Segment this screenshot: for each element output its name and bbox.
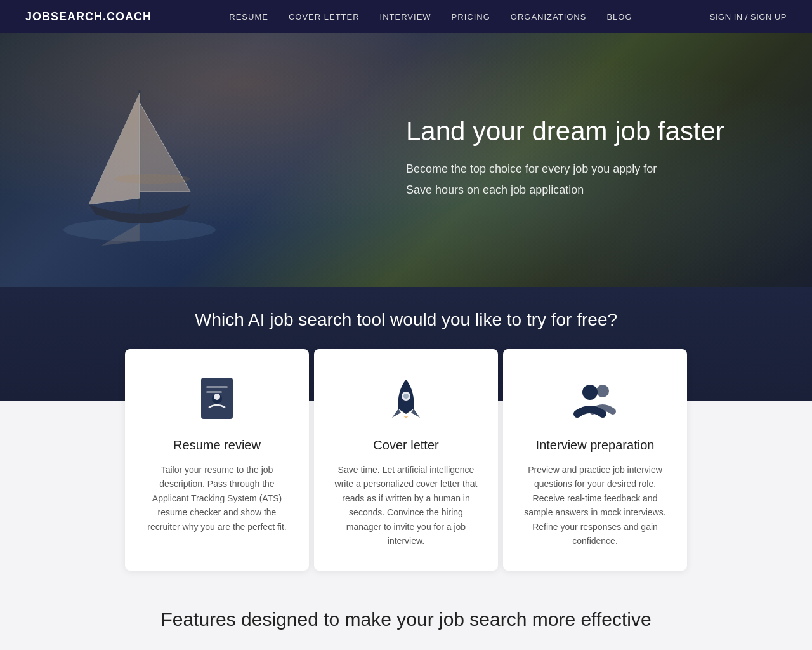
resume-review-icon <box>144 375 290 425</box>
nav-links-list: RESUME COVER LETTER INTERVIEW PRICING OR… <box>229 11 632 22</box>
resume-review-card[interactable]: Resume review Tailor your resume to the … <box>125 349 309 571</box>
main-nav: JOBSEARCH.COACH RESUME COVER LETTER INTE… <box>0 0 812 33</box>
cover-letter-title: Cover letter <box>333 438 479 453</box>
nav-item-blog[interactable]: BLOG <box>606 11 632 22</box>
cover-letter-card[interactable]: Cover letter Save time. Let artificial i… <box>314 349 498 571</box>
nav-link-interview[interactable]: INTERVIEW <box>380 12 431 22</box>
nav-item-pricing[interactable]: PRICING <box>452 11 490 22</box>
hero-content: Land your dream job faster Become the to… <box>406 116 775 204</box>
resume-review-desc: Tailor your resume to the job descriptio… <box>144 463 290 534</box>
interview-prep-icon <box>522 375 668 425</box>
svg-point-11 <box>214 394 220 400</box>
tool-cards-container: Resume review Tailor your resume to the … <box>121 349 691 571</box>
nav-link-blog[interactable]: BLOG <box>606 12 632 22</box>
tool-question-heading: Which AI job search tool would you like … <box>25 287 787 349</box>
svg-rect-9 <box>206 391 222 393</box>
sailboat-illustration <box>38 65 241 255</box>
hero-title: Land your dream job faster <box>406 116 724 147</box>
nav-link-pricing[interactable]: PRICING <box>452 12 490 22</box>
interview-prep-title: Interview preparation <box>522 438 668 453</box>
hero-subtitle-1: Become the top choice for every job you … <box>406 162 724 176</box>
hero-subtitle-2: Save hours on each job application <box>406 183 724 197</box>
svg-point-13 <box>403 394 409 399</box>
features-section: Features designed to make your job searc… <box>0 571 812 650</box>
svg-marker-2 <box>89 93 140 204</box>
nav-link-cover-letter[interactable]: COVER LETTER <box>289 12 360 22</box>
svg-rect-8 <box>206 386 228 388</box>
cover-letter-desc: Save time. Let artificial intelligence w… <box>333 463 479 548</box>
nav-link-resume[interactable]: RESUME <box>229 12 268 22</box>
cover-letter-icon <box>333 375 479 425</box>
interview-prep-card[interactable]: Interview preparation Preview and practi… <box>503 349 687 571</box>
nav-link-organizations[interactable]: ORGANIZATIONS <box>511 12 587 22</box>
tool-selection-section: Which AI job search tool would you like … <box>0 287 812 571</box>
nav-item-interview[interactable]: INTERVIEW <box>380 11 431 22</box>
resume-review-title: Resume review <box>144 438 290 453</box>
nav-item-organizations[interactable]: ORGANIZATIONS <box>511 11 587 22</box>
nav-item-resume[interactable]: RESUME <box>229 11 268 22</box>
svg-point-6 <box>114 174 190 184</box>
hero-section: Land your dream job faster Become the to… <box>0 33 812 287</box>
nav-item-cover-letter[interactable]: COVER LETTER <box>289 11 360 22</box>
nav-logo[interactable]: JOBSEARCH.COACH <box>25 10 152 23</box>
interview-prep-desc: Preview and practice job interview quest… <box>522 463 668 548</box>
features-title: Features designed to make your job searc… <box>25 609 787 630</box>
svg-point-15 <box>582 385 598 400</box>
svg-point-14 <box>596 385 609 397</box>
sign-in-button[interactable]: SIGN IN / SIGN UP <box>710 12 787 22</box>
